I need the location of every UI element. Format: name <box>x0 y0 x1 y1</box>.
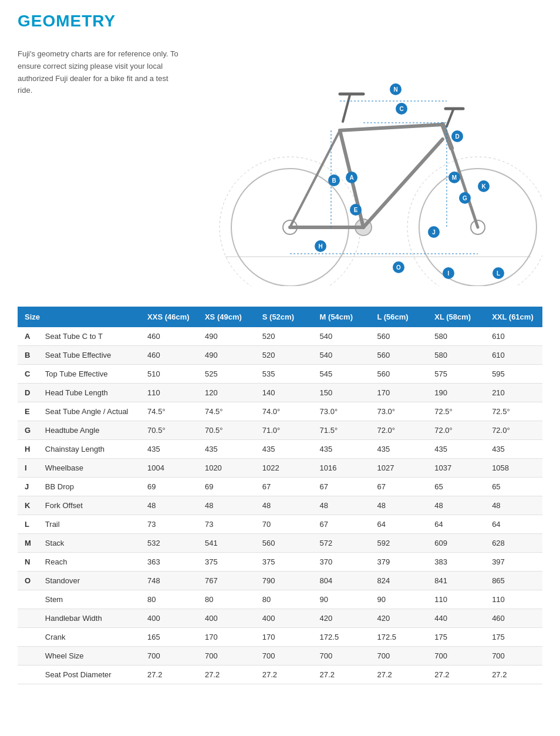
row-value: 435 <box>140 440 198 459</box>
row-name: Seat Tube Angle / Actual <box>38 402 140 421</box>
row-value: 65 <box>427 478 485 496</box>
row-value: 575 <box>427 365 485 384</box>
svg-text:C: C <box>399 106 403 112</box>
row-value: 27.2 <box>427 666 485 684</box>
row-value: 580 <box>427 327 485 346</box>
row-value: 379 <box>370 553 427 572</box>
row-letter <box>18 609 38 628</box>
row-value: 70.5° <box>140 421 198 440</box>
svg-text:I: I <box>448 270 450 277</box>
row-value: 628 <box>485 534 542 553</box>
row-value: 824 <box>370 572 427 590</box>
row-letter: K <box>18 496 38 515</box>
row-value: 1022 <box>255 459 313 478</box>
row-value: 170 <box>255 628 313 647</box>
row-value: 27.2 <box>140 666 198 684</box>
row-value: 73 <box>198 515 255 534</box>
row-value: 560 <box>370 365 427 384</box>
row-value: 170 <box>198 628 255 647</box>
row-value: 210 <box>485 384 542 402</box>
table-row: Stem8080809090110110 <box>18 590 542 609</box>
row-value: 120 <box>198 384 255 402</box>
row-value: 535 <box>255 365 313 384</box>
table-row: Seat Post Diameter27.227.227.227.227.227… <box>18 666 542 684</box>
svg-point-1 <box>220 157 360 286</box>
row-value: 72.5° <box>485 402 542 421</box>
table-row: HChainstay Length435435435435435435435 <box>18 440 542 459</box>
row-value: 610 <box>485 346 542 365</box>
row-value: 27.2 <box>485 666 542 684</box>
row-value: 27.2 <box>255 666 313 684</box>
table-row: KFork Offset48484848484848 <box>18 496 542 515</box>
row-value: 700 <box>255 647 313 666</box>
row-value: 790 <box>255 572 313 590</box>
row-name: Seat Tube Effective <box>38 346 140 365</box>
table-row: Handlebar Width400400400420420440460 <box>18 609 542 628</box>
svg-line-15 <box>343 95 350 122</box>
row-value: 150 <box>313 384 370 402</box>
svg-text:L: L <box>497 270 500 277</box>
row-value: 165 <box>140 628 198 647</box>
row-value: 748 <box>140 572 198 590</box>
row-value: 67 <box>313 515 370 534</box>
row-value: 435 <box>427 440 485 459</box>
table-row: MStack532541560572592609628 <box>18 534 542 553</box>
col-header-m: M (54cm) <box>313 307 370 327</box>
row-value: 610 <box>485 327 542 346</box>
row-value: 510 <box>140 365 198 384</box>
row-value: 74.5° <box>140 402 198 421</box>
row-value: 595 <box>485 365 542 384</box>
row-name: Chainstay Length <box>38 440 140 459</box>
row-value: 1037 <box>427 459 485 478</box>
row-value: 67 <box>313 478 370 496</box>
svg-text:A: A <box>349 174 353 181</box>
row-value: 72.0° <box>485 421 542 440</box>
table-row: OStandover748767790804824841865 <box>18 572 542 590</box>
row-value: 865 <box>485 572 542 590</box>
row-name: Stack <box>38 534 140 553</box>
row-value: 460 <box>140 346 198 365</box>
row-value: 700 <box>485 647 542 666</box>
row-value: 609 <box>427 534 485 553</box>
row-value: 460 <box>140 327 198 346</box>
row-value: 1016 <box>313 459 370 478</box>
row-value: 397 <box>485 553 542 572</box>
row-value: 74.5° <box>198 402 255 421</box>
svg-line-17 <box>447 110 453 126</box>
row-letter <box>18 666 38 684</box>
row-value: 90 <box>370 590 427 609</box>
intro-text: Fuji's geometry charts are for reference… <box>18 42 178 289</box>
row-value: 700 <box>313 647 370 666</box>
row-value: 532 <box>140 534 198 553</box>
svg-line-11 <box>363 139 443 227</box>
row-value: 804 <box>313 572 370 590</box>
row-value: 48 <box>255 496 313 515</box>
row-value: 420 <box>370 609 427 628</box>
row-name: Fork Offset <box>38 496 140 515</box>
row-value: 172.5 <box>370 628 427 647</box>
row-value: 700 <box>370 647 427 666</box>
row-value: 170 <box>370 384 427 402</box>
svg-line-10 <box>340 125 443 130</box>
table-row: GHeadtube Angle70.5°70.5°71.0°71.5°72.0°… <box>18 421 542 440</box>
col-header-s: S (52cm) <box>255 307 313 327</box>
row-value: 375 <box>255 553 313 572</box>
row-value: 767 <box>198 572 255 590</box>
row-value: 72.0° <box>370 421 427 440</box>
row-value: 1004 <box>140 459 198 478</box>
row-value: 435 <box>255 440 313 459</box>
row-value: 592 <box>370 534 427 553</box>
row-value: 67 <box>370 478 427 496</box>
row-name: Standover <box>38 572 140 590</box>
row-value: 74.0° <box>255 402 313 421</box>
row-name: Stem <box>38 590 140 609</box>
row-value: 572 <box>313 534 370 553</box>
row-value: 545 <box>313 365 370 384</box>
row-letter <box>18 628 38 647</box>
row-value: 435 <box>313 440 370 459</box>
row-value: 48 <box>198 496 255 515</box>
svg-text:G: G <box>463 195 467 201</box>
row-value: 110 <box>140 384 198 402</box>
col-header-xxl: XXL (61cm) <box>485 307 542 327</box>
row-value: 375 <box>198 553 255 572</box>
